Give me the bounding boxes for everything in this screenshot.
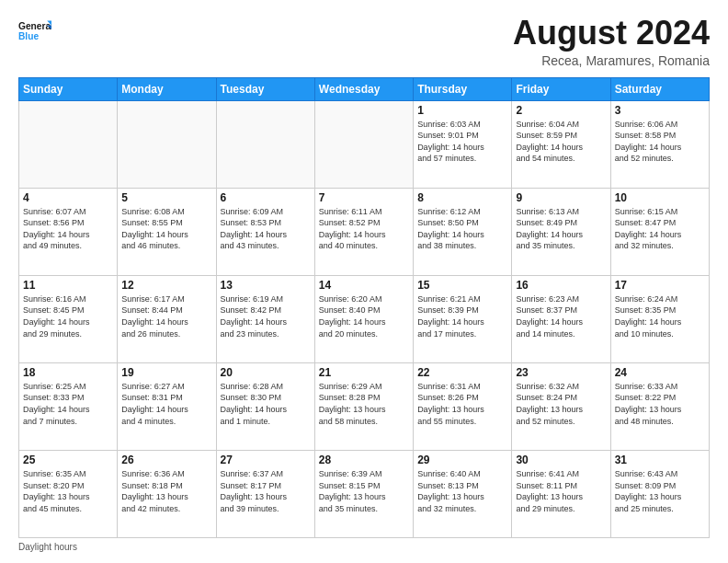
day-number: 21 — [319, 366, 409, 379]
calendar-cell: 17Sunrise: 6:24 AM Sunset: 8:35 PM Dayli… — [610, 275, 709, 362]
day-info: Sunrise: 6:23 AM Sunset: 8:37 PM Dayligh… — [516, 293, 606, 339]
day-number: 8 — [417, 191, 507, 204]
day-number: 19 — [121, 366, 211, 379]
day-info: Sunrise: 6:17 AM Sunset: 8:44 PM Dayligh… — [121, 293, 211, 339]
calendar-cell: 26Sunrise: 6:36 AM Sunset: 8:18 PM Dayli… — [118, 450, 216, 537]
day-number: 3 — [615, 104, 705, 117]
calendar-cell: 15Sunrise: 6:21 AM Sunset: 8:39 PM Dayli… — [414, 275, 512, 362]
day-info: Sunrise: 6:37 AM Sunset: 8:17 PM Dayligh… — [221, 468, 311, 514]
col-wednesday: Wednesday — [314, 77, 413, 100]
col-friday: Friday — [512, 77, 610, 100]
calendar: Sunday Monday Tuesday Wednesday Thursday… — [18, 77, 710, 538]
day-info: Sunrise: 6:03 AM Sunset: 9:01 PM Dayligh… — [417, 119, 507, 165]
day-number: 11 — [23, 279, 113, 292]
day-info: Sunrise: 6:31 AM Sunset: 8:26 PM Dayligh… — [417, 381, 507, 427]
day-info: Sunrise: 6:28 AM Sunset: 8:30 PM Dayligh… — [221, 381, 311, 427]
day-info: Sunrise: 6:24 AM Sunset: 8:35 PM Dayligh… — [615, 293, 705, 339]
day-number: 1 — [417, 104, 507, 117]
day-info: Sunrise: 6:16 AM Sunset: 8:45 PM Dayligh… — [23, 293, 113, 339]
calendar-cell: 9Sunrise: 6:13 AM Sunset: 8:49 PM Daylig… — [512, 188, 610, 275]
col-thursday: Thursday — [414, 77, 512, 100]
logo: General Blue — [18, 15, 51, 48]
day-info: Sunrise: 6:40 AM Sunset: 8:13 PM Dayligh… — [417, 468, 507, 514]
calendar-cell: 8Sunrise: 6:12 AM Sunset: 8:50 PM Daylig… — [414, 188, 512, 275]
calendar-cell: 14Sunrise: 6:20 AM Sunset: 8:40 PM Dayli… — [314, 275, 413, 362]
day-info: Sunrise: 6:39 AM Sunset: 8:15 PM Dayligh… — [319, 468, 409, 514]
calendar-cell: 19Sunrise: 6:27 AM Sunset: 8:31 PM Dayli… — [118, 362, 216, 450]
footer-note: Daylight hours — [18, 542, 710, 552]
col-saturday: Saturday — [610, 77, 709, 100]
day-number: 12 — [121, 279, 211, 292]
day-info: Sunrise: 6:32 AM Sunset: 8:24 PM Dayligh… — [516, 381, 606, 427]
day-info: Sunrise: 6:20 AM Sunset: 8:40 PM Dayligh… — [319, 293, 409, 339]
svg-text:General: General — [18, 21, 51, 31]
calendar-cell: 12Sunrise: 6:17 AM Sunset: 8:44 PM Dayli… — [118, 275, 216, 362]
calendar-cell: 10Sunrise: 6:15 AM Sunset: 8:47 PM Dayli… — [610, 188, 709, 275]
week-row-4: 18Sunrise: 6:25 AM Sunset: 8:33 PM Dayli… — [19, 362, 710, 450]
day-number: 23 — [516, 366, 606, 379]
week-row-3: 11Sunrise: 6:16 AM Sunset: 8:45 PM Dayli… — [19, 275, 710, 362]
day-info: Sunrise: 6:09 AM Sunset: 8:53 PM Dayligh… — [221, 206, 311, 252]
calendar-cell: 4Sunrise: 6:07 AM Sunset: 8:56 PM Daylig… — [19, 188, 118, 275]
calendar-cell — [216, 100, 314, 188]
col-monday: Monday — [118, 77, 216, 100]
day-info: Sunrise: 6:15 AM Sunset: 8:47 PM Dayligh… — [615, 206, 705, 252]
day-number: 16 — [516, 279, 606, 292]
day-info: Sunrise: 6:25 AM Sunset: 8:33 PM Dayligh… — [23, 381, 113, 427]
logo-svg: General Blue — [18, 15, 51, 48]
calendar-cell: 28Sunrise: 6:39 AM Sunset: 8:15 PM Dayli… — [314, 450, 413, 537]
day-info: Sunrise: 6:07 AM Sunset: 8:56 PM Dayligh… — [23, 206, 113, 252]
day-info: Sunrise: 6:27 AM Sunset: 8:31 PM Dayligh… — [121, 381, 211, 427]
day-info: Sunrise: 6:43 AM Sunset: 8:09 PM Dayligh… — [615, 468, 705, 514]
day-number: 25 — [23, 454, 113, 466]
calendar-cell: 7Sunrise: 6:11 AM Sunset: 8:52 PM Daylig… — [314, 188, 413, 275]
day-info: Sunrise: 6:36 AM Sunset: 8:18 PM Dayligh… — [121, 468, 211, 514]
calendar-cell: 16Sunrise: 6:23 AM Sunset: 8:37 PM Dayli… — [512, 275, 610, 362]
day-number: 31 — [615, 454, 705, 466]
week-row-5: 25Sunrise: 6:35 AM Sunset: 8:20 PM Dayli… — [19, 450, 710, 537]
svg-text:Blue: Blue — [18, 31, 39, 41]
calendar-cell: 20Sunrise: 6:28 AM Sunset: 8:30 PM Dayli… — [216, 362, 314, 450]
day-number: 2 — [516, 104, 606, 117]
month-title: August 2024 — [513, 15, 710, 52]
calendar-cell: 2Sunrise: 6:04 AM Sunset: 8:59 PM Daylig… — [512, 100, 610, 188]
day-number: 7 — [319, 191, 409, 204]
calendar-cell: 13Sunrise: 6:19 AM Sunset: 8:42 PM Dayli… — [216, 275, 314, 362]
day-info: Sunrise: 6:12 AM Sunset: 8:50 PM Dayligh… — [417, 206, 507, 252]
calendar-cell: 21Sunrise: 6:29 AM Sunset: 8:28 PM Dayli… — [314, 362, 413, 450]
calendar-cell: 5Sunrise: 6:08 AM Sunset: 8:55 PM Daylig… — [118, 188, 216, 275]
day-info: Sunrise: 6:06 AM Sunset: 8:58 PM Dayligh… — [615, 119, 705, 165]
calendar-cell: 6Sunrise: 6:09 AM Sunset: 8:53 PM Daylig… — [216, 188, 314, 275]
day-number: 9 — [516, 191, 606, 204]
day-number: 18 — [23, 366, 113, 379]
day-number: 6 — [221, 191, 311, 204]
week-row-2: 4Sunrise: 6:07 AM Sunset: 8:56 PM Daylig… — [19, 188, 710, 275]
day-number: 29 — [417, 454, 507, 466]
day-info: Sunrise: 6:11 AM Sunset: 8:52 PM Dayligh… — [319, 206, 409, 252]
day-number: 4 — [23, 191, 113, 204]
day-number: 24 — [615, 366, 705, 379]
week-row-1: 1Sunrise: 6:03 AM Sunset: 9:01 PM Daylig… — [19, 100, 710, 188]
header: General Blue August 2024 Recea, Maramure… — [18, 15, 710, 68]
calendar-cell: 29Sunrise: 6:40 AM Sunset: 8:13 PM Dayli… — [414, 450, 512, 537]
calendar-cell: 23Sunrise: 6:32 AM Sunset: 8:24 PM Dayli… — [512, 362, 610, 450]
calendar-cell: 1Sunrise: 6:03 AM Sunset: 9:01 PM Daylig… — [414, 100, 512, 188]
page: General Blue August 2024 Recea, Maramure… — [0, 0, 728, 563]
calendar-cell — [118, 100, 216, 188]
day-number: 14 — [319, 279, 409, 292]
day-number: 10 — [615, 191, 705, 204]
calendar-cell: 30Sunrise: 6:41 AM Sunset: 8:11 PM Dayli… — [512, 450, 610, 537]
day-info: Sunrise: 6:04 AM Sunset: 8:59 PM Dayligh… — [516, 119, 606, 165]
calendar-cell: 11Sunrise: 6:16 AM Sunset: 8:45 PM Dayli… — [19, 275, 118, 362]
day-number: 13 — [221, 279, 311, 292]
calendar-cell: 25Sunrise: 6:35 AM Sunset: 8:20 PM Dayli… — [19, 450, 118, 537]
day-number: 30 — [516, 454, 606, 466]
day-info: Sunrise: 6:41 AM Sunset: 8:11 PM Dayligh… — [516, 468, 606, 514]
day-number: 28 — [319, 454, 409, 466]
day-number: 17 — [615, 279, 705, 292]
calendar-cell: 3Sunrise: 6:06 AM Sunset: 8:58 PM Daylig… — [610, 100, 709, 188]
day-number: 26 — [121, 454, 211, 466]
col-sunday: Sunday — [19, 77, 118, 100]
day-info: Sunrise: 6:08 AM Sunset: 8:55 PM Dayligh… — [121, 206, 211, 252]
calendar-header-row: Sunday Monday Tuesday Wednesday Thursday… — [19, 77, 710, 100]
